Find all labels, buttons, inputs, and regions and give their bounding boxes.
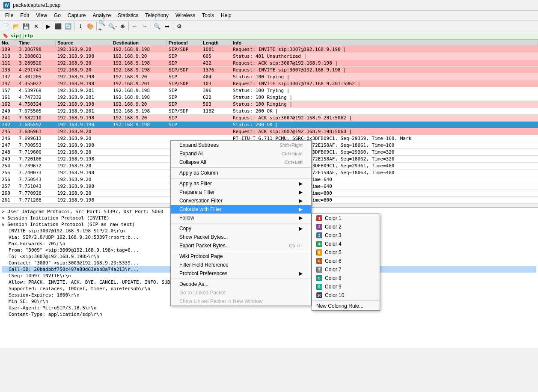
submenu-item-2[interactable]: 2Color 2 (312, 223, 380, 231)
submenu-item-9[interactable]: 9Color 9 (312, 282, 380, 291)
table-cell: 192.168.9.20 (56, 46, 111, 53)
table-cell: 192.168.9.198 (111, 87, 167, 94)
submenu-item-new-rule[interactable]: New Coloring Rule... (312, 302, 380, 310)
ctx-expand-all[interactable]: Expand All Ctrl+Right (171, 149, 311, 158)
filter-input[interactable]: sip||rtp (10, 33, 96, 39)
submenu-item-8[interactable]: 8Color 8 (312, 274, 380, 282)
table-row[interactable]: 1113.289520192.168.9.20192.168.9.198SIP4… (0, 60, 538, 67)
context-menu: Expand Subtrees Shift+Right Expand All C… (170, 140, 312, 306)
ctx-show-bytes[interactable]: Show Packet Bytes... (171, 233, 311, 241)
menu-analyze[interactable]: Analyze (89, 12, 115, 19)
table-row[interactable]: 2457.686961192.168.9.20Request: ACK sip:… (0, 128, 538, 135)
ctx-prepare-filter[interactable]: Prepare a Filter ▶ (171, 188, 311, 196)
table-row[interactable]: 1103.288861192.168.9.198192.168.9.20SIP6… (0, 53, 538, 60)
table-row[interactable]: 1574.539769192.168.9.201192.168.9.198SIP… (0, 87, 538, 94)
menu-statistics[interactable]: Statistics (114, 12, 142, 19)
table-cell: 192.168.9.20 (56, 128, 111, 135)
table-cell: 1182 (201, 108, 231, 114)
table-cell: 261 (0, 197, 17, 203)
menu-tools[interactable]: Tools (199, 12, 217, 19)
table-row[interactable]: 2407.675505192.168.9.201192.168.9.198SIP… (0, 108, 538, 115)
submenu-item-7[interactable]: 7Color 7 (312, 265, 380, 274)
ctx-apply-filter[interactable]: Apply as Filter ▶ (171, 179, 311, 188)
submenu-item-3[interactable]: 3Color 3 (312, 231, 380, 240)
table-row[interactable]: 1624.750324192.168.9.198192.168.9.20SIP5… (0, 101, 538, 108)
toolbar-zoom-out[interactable]: 🔍- (108, 21, 117, 31)
ctx-collapse-all[interactable]: Collapse All Ctrl+Left (171, 158, 311, 166)
toolbar-close[interactable]: ✕ (31, 21, 41, 31)
toolbar-zoom-reset[interactable]: ⊕ (118, 21, 127, 31)
menu-file[interactable]: File (2, 12, 17, 19)
ctx-follow[interactable]: Follow ▶ (171, 214, 311, 222)
toolbar-find[interactable]: 🔍 (152, 21, 162, 31)
ctx-proto-prefs[interactable]: Protocol Preferences ▶ (171, 269, 311, 278)
submenu-item-6[interactable]: 6Color 6 (312, 257, 380, 265)
toolbar-colorize[interactable]: 🎨 (86, 21, 95, 31)
table-cell: Status: 180 Ringing | (231, 101, 538, 107)
ctx-export-bytes[interactable]: Export Packet Bytes... Ctrl+H (171, 241, 311, 250)
table-cell: Request: INVITE sip:3007@192.168.9.201:5… (231, 80, 538, 87)
table-cell: 147 (0, 80, 17, 87)
col-no: No. (0, 40, 17, 46)
toolbar-back[interactable]: ← (130, 21, 140, 31)
table-cell: 192.168.9.198 (56, 80, 111, 87)
table-row[interactable]: 1614.747332192.168.9.201192.168.9.198SIP… (0, 94, 538, 101)
toolbar-new[interactable]: 📄 (2, 21, 11, 31)
ctx-go-linked: Go to Linked Packet (171, 288, 311, 297)
table-cell: 605 (201, 53, 231, 59)
table-cell: 192.168.9.198 (56, 122, 111, 128)
ctx-sep2 (171, 178, 311, 178)
submenu-item-1[interactable]: 1Color 1 (312, 214, 380, 223)
table-row[interactable]: 2417.682210192.168.9.198192.168.9.20SIPR… (0, 115, 538, 122)
table-cell: SIP (167, 60, 201, 66)
toolbar-settings[interactable]: ⚙ (175, 21, 184, 31)
table-cell: 7.751043 (17, 183, 56, 190)
submenu-item-5[interactable]: 5Color 5 (312, 248, 380, 257)
detail-row[interactable]: Content-Type: application/sdp\r\n (2, 311, 536, 318)
ctx-wiki[interactable]: Wiki Protocol Page (171, 252, 311, 261)
toolbar-start[interactable]: ▶ (44, 21, 53, 31)
ctx-apply-column[interactable]: Apply as Column (171, 169, 311, 177)
table-cell: Status: 180 Ringing | (231, 94, 538, 101)
table-row[interactable]: 1093.286798192.168.9.20192.168.9.198SIP/… (0, 46, 538, 53)
ctx-expand-subtrees[interactable]: Expand Subtrees Shift+Right (171, 141, 311, 149)
table-cell: 157 (0, 87, 17, 94)
table-cell: 111 (0, 60, 17, 66)
toolbar-zoom-in[interactable]: 🔍+ (98, 21, 107, 31)
toolbar-save[interactable]: 💾 (21, 21, 31, 31)
col-len: Length (201, 40, 231, 46)
toolbar-go[interactable]: ➡ (162, 21, 172, 31)
ctx-colorize-filter[interactable]: Colorize with Filter ▶ (171, 205, 311, 214)
table-cell: 192.168.9.198 (56, 142, 111, 148)
table-cell: 192.168.9.20 (56, 67, 111, 73)
ctx-filter-ref[interactable]: Filter Field Reference (171, 261, 311, 269)
toolbar-scroll-end[interactable]: ⤓ (76, 21, 85, 31)
toolbar-fwd[interactable]: → (140, 21, 149, 31)
submenu-item-10[interactable]: 10Color 10 (312, 291, 380, 300)
table-cell: Status: 401 Unauthorized | (231, 53, 538, 59)
menu-view[interactable]: View (33, 12, 51, 19)
menu-wireless[interactable]: Wireless (172, 12, 199, 19)
submenu-item-4[interactable]: 4Color 4 (312, 240, 380, 248)
table-cell: 242 (0, 122, 17, 128)
menu-help[interactable]: Help (217, 12, 235, 19)
ctx-sep4 (171, 251, 311, 251)
toolbar-stop[interactable]: ⬛ (54, 21, 63, 31)
menu-go[interactable]: Go (51, 12, 64, 19)
toolbar-restart[interactable]: 🔄 (63, 21, 73, 31)
packet-header: No. Time Source Destination Protocol Len… (0, 40, 538, 46)
menu-capture[interactable]: Capture (64, 12, 89, 19)
ctx-decode-as[interactable]: Decode As... (171, 280, 311, 288)
ctx-sep1 (171, 167, 311, 168)
menu-edit[interactable]: Edit (17, 12, 33, 19)
toolbar-open[interactable]: 📂 (12, 21, 21, 31)
ctx-sep3 (171, 223, 311, 223)
ctx-copy[interactable]: Copy ▶ (171, 224, 311, 233)
table-row[interactable]: 1334.291747192.168.9.20192.168.9.198SIP/… (0, 67, 538, 74)
menu-telephony[interactable]: Telephony (142, 12, 172, 19)
table-row[interactable]: 2427.685592192.168.9.198192.168.9.198SIP… (0, 122, 538, 128)
table-row[interactable]: 1474.355027192.168.9.198192.168.9.201SIP… (0, 80, 538, 87)
ctx-conv-filter[interactable]: Conversation Filter ▶ (171, 196, 311, 205)
ctx-show-linked: Show Linked Packet in New Window (171, 297, 311, 306)
table-row[interactable]: 1374.301205192.168.9.198192.168.9.20SIP4… (0, 74, 538, 80)
